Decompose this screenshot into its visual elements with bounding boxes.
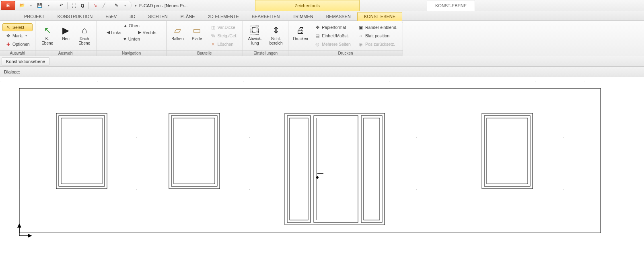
quick-access-toolbar: 📂 ▾ 💾 ▾ ↶ ⛶ Q ↘ ╱ ✎ ▾ bbox=[16, 1, 132, 10]
svg-rect-6 bbox=[171, 116, 217, 186]
steig-gef-button: %Steig./Gef. bbox=[208, 32, 241, 40]
zoom-icon[interactable]: Q bbox=[79, 2, 86, 9]
breadcrumb-chip[interactable]: Konstruktionsebene bbox=[2, 57, 49, 65]
group-label: Auswahl bbox=[35, 50, 97, 56]
svg-rect-14 bbox=[314, 116, 358, 222]
svg-marker-21 bbox=[18, 224, 21, 227]
tab-plaene[interactable]: PLÄNE bbox=[174, 12, 202, 20]
nav-unten-button[interactable]: ▼Unten bbox=[120, 36, 142, 42]
title-dropdown-icon[interactable]: ▾ bbox=[135, 4, 137, 8]
svg-point-31 bbox=[249, 189, 249, 190]
app-menu-button[interactable]: E bbox=[1, 1, 15, 10]
play-icon: ▶ bbox=[62, 26, 69, 35]
tab-bearbeiten[interactable]: BEARBEITEN bbox=[245, 12, 286, 20]
beam-icon: ▱ bbox=[174, 26, 181, 35]
group-auswahl-ebene: ↖ K- Ebene ▶ Neu ⌂ Dach Ebene Auswahl bbox=[35, 21, 97, 56]
pos-zuruecksetzen-button: ◉Pos zurücksetz. bbox=[355, 40, 400, 48]
drawing-canvas[interactable] bbox=[0, 77, 644, 267]
selekt-button[interactable]: ↖Selekt bbox=[2, 23, 33, 31]
undo-icon[interactable]: ↶ bbox=[58, 2, 65, 9]
einheit-masst-button[interactable]: ▤Einheit/Maßst. bbox=[312, 32, 354, 40]
group-label: Bauteile bbox=[167, 50, 243, 56]
tab-3d[interactable]: 3D bbox=[123, 12, 142, 20]
neu-button[interactable]: ▶ Neu bbox=[59, 24, 73, 48]
contextual-tab-area: Zeichentools bbox=[187, 0, 427, 11]
blatt-position-button[interactable]: ↔Blatt position. bbox=[355, 32, 400, 40]
svg-rect-19 bbox=[364, 118, 380, 220]
nav-oben-button[interactable]: ▲Oben bbox=[121, 22, 142, 29]
nav-rechts-button[interactable]: ▶Rechts bbox=[136, 29, 158, 36]
tab-projekt[interactable]: PROJEKT bbox=[18, 12, 51, 20]
group-label: Auswahl bbox=[0, 50, 35, 56]
tab-2d-elemente[interactable]: 2D-ELEMENTE bbox=[202, 12, 245, 20]
brush-icon[interactable]: ✎ bbox=[113, 2, 120, 9]
window-1 bbox=[56, 113, 107, 189]
cursor-icon: ↖ bbox=[5, 25, 11, 30]
group-drucken: 🖨 Drucken ✥Papierformat ▤Einheit/Maßst. … bbox=[288, 21, 403, 56]
group-bauteile: ▱ Balken ▭ Platte ◫Var.Dicke %Steig./Gef… bbox=[167, 21, 243, 56]
balken-button[interactable]: ▱ Balken bbox=[169, 24, 187, 48]
svg-rect-18 bbox=[361, 116, 382, 222]
tab-konstruktion[interactable]: KONSTRUKTION bbox=[51, 12, 99, 20]
nav-links-button[interactable]: ◀Links bbox=[104, 29, 124, 36]
wall-outline bbox=[19, 88, 601, 233]
mehrere-seiten-button: ◎Mehrere Seiten bbox=[312, 40, 354, 48]
unfold-icon: ⿴ bbox=[251, 26, 259, 35]
tab-bemassen[interactable]: BEMASSEN bbox=[320, 12, 357, 20]
tab-sichten[interactable]: SICHTEN bbox=[142, 12, 174, 20]
svg-point-33 bbox=[563, 189, 563, 190]
group-einstellungen: ⿴ Abwick- lung ⇕ Sicht- bereich Einstell… bbox=[243, 21, 288, 56]
raender-button[interactable]: ▣Ränder einblend. bbox=[355, 23, 400, 31]
app-logo-letter: E bbox=[6, 2, 10, 8]
chevron-down-icon: ▾ bbox=[25, 34, 27, 37]
triangle-left-icon: ◀ bbox=[107, 30, 110, 35]
plus-icon: ✚ bbox=[5, 42, 11, 47]
pages-icon: ◎ bbox=[315, 42, 320, 47]
drucken-button[interactable]: 🖨 Drucken bbox=[291, 24, 310, 48]
zoom-extents-icon[interactable]: ⛶ bbox=[70, 2, 77, 9]
drawing-svg bbox=[0, 77, 644, 267]
papierformat-button[interactable]: ✥Papierformat bbox=[312, 23, 354, 31]
qat-customize-icon[interactable]: ▾ bbox=[121, 2, 129, 9]
tab-konst-ebene[interactable]: KONST-EBENE bbox=[357, 12, 402, 21]
ribbon: ↖Selekt ✥Mark.▾ ✚Optionen Auswahl ↖ K- E… bbox=[0, 21, 644, 56]
svg-rect-8 bbox=[482, 113, 533, 189]
svg-point-24 bbox=[19, 137, 19, 137]
open-dropdown-icon[interactable]: ▾ bbox=[27, 2, 35, 9]
edge-icon[interactable]: ╱ bbox=[100, 2, 107, 9]
k-ebene-button[interactable]: ↖ K- Ebene bbox=[38, 24, 57, 48]
qat-separator bbox=[88, 2, 89, 9]
paper-size-icon: ✥ bbox=[315, 25, 320, 30]
window-2 bbox=[169, 113, 220, 189]
window-title: E-CAD pro - [Neues Pr... bbox=[139, 3, 187, 8]
open-icon[interactable]: 📂 bbox=[19, 2, 26, 9]
scale-icon: ▤ bbox=[315, 33, 320, 38]
qat-separator bbox=[55, 2, 55, 9]
breadcrumb-bar: Konstruktionsebene bbox=[0, 56, 644, 67]
abwicklung-button[interactable]: ⿴ Abwick- lung bbox=[245, 24, 265, 48]
roof-icon: ⌂ bbox=[82, 26, 87, 35]
measure-icon[interactable]: ↘ bbox=[91, 2, 99, 9]
delete-icon: ✕ bbox=[210, 42, 216, 47]
save-icon[interactable]: 💾 bbox=[36, 2, 43, 9]
dach-ebene-button[interactable]: ⌂ Dach Ebene bbox=[75, 24, 94, 48]
qat-separator bbox=[110, 2, 110, 9]
save-dropdown-icon[interactable]: ▾ bbox=[45, 2, 52, 9]
tab-enev[interactable]: EnEV bbox=[99, 12, 123, 20]
svg-rect-4 bbox=[61, 118, 102, 184]
printer-icon: 🖨 bbox=[296, 26, 305, 35]
dialog-bar-label: Dialoge: bbox=[4, 69, 20, 74]
platte-button[interactable]: ▭ Platte bbox=[188, 24, 206, 48]
svg-point-29 bbox=[19, 189, 19, 190]
contextual-tab-zeichentools[interactable]: Zeichentools bbox=[255, 0, 360, 11]
tab-trimmen[interactable]: TRIMMEN bbox=[286, 12, 319, 20]
group-label: Drucken bbox=[288, 50, 403, 56]
contextual-tab-konst-ebene[interactable]: KONST-EBENE bbox=[427, 0, 475, 11]
mark-button[interactable]: ✥Mark.▾ bbox=[2, 32, 33, 40]
sichtbereich-button[interactable]: ⇕ Sicht- bereich bbox=[266, 24, 286, 48]
dialog-bar: Dialoge: bbox=[0, 67, 644, 77]
svg-point-32 bbox=[416, 189, 416, 190]
optionen-button[interactable]: ✚Optionen bbox=[2, 40, 33, 48]
svg-rect-3 bbox=[59, 116, 105, 186]
group-auswahl-select: ↖Selekt ✥Mark.▾ ✚Optionen Auswahl bbox=[0, 21, 35, 56]
